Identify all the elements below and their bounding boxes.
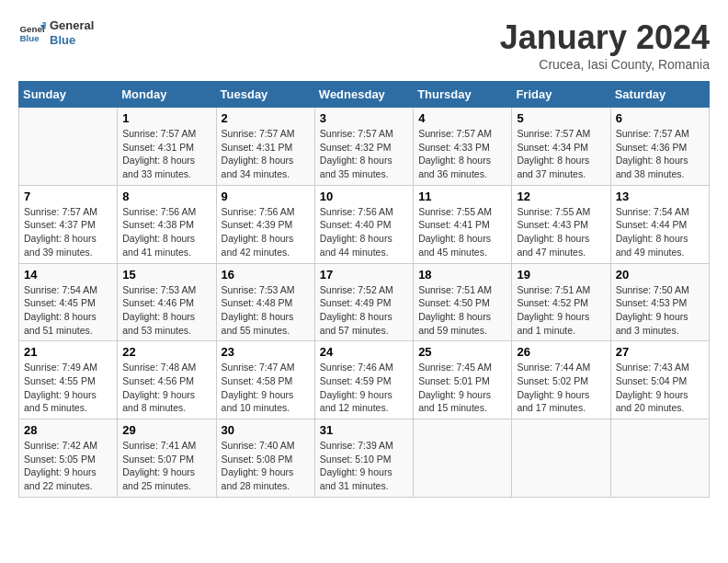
- calendar-cell: 7Sunrise: 7:57 AM Sunset: 4:37 PM Daylig…: [19, 185, 118, 263]
- calendar-cell: 18Sunrise: 7:51 AM Sunset: 4:50 PM Dayli…: [414, 263, 512, 341]
- logo-line1: General: [50, 18, 94, 33]
- calendar-cell: 16Sunrise: 7:53 AM Sunset: 4:48 PM Dayli…: [216, 263, 314, 341]
- day-info: Sunrise: 7:46 AM Sunset: 4:59 PM Dayligh…: [320, 361, 408, 415]
- day-number: 15: [122, 268, 210, 282]
- day-info: Sunrise: 7:55 AM Sunset: 4:43 PM Dayligh…: [517, 205, 605, 259]
- day-info: Sunrise: 7:57 AM Sunset: 4:37 PM Dayligh…: [24, 205, 112, 259]
- day-number: 25: [418, 345, 506, 359]
- calendar-title: January 2024: [500, 18, 710, 57]
- weekday-header: Monday: [118, 82, 216, 108]
- calendar-cell: 2Sunrise: 7:57 AM Sunset: 4:31 PM Daylig…: [216, 108, 314, 186]
- calendar-cell: 5Sunrise: 7:57 AM Sunset: 4:34 PM Daylig…: [512, 108, 610, 186]
- calendar-cell: [414, 419, 512, 498]
- logo-icon: General Blue: [18, 19, 46, 47]
- weekday-row: SundayMondayTuesdayWednesdayThursdayFrid…: [19, 82, 710, 108]
- day-info: Sunrise: 7:42 AM Sunset: 5:05 PM Dayligh…: [24, 439, 112, 493]
- day-info: Sunrise: 7:54 AM Sunset: 4:45 PM Dayligh…: [24, 283, 112, 338]
- day-info: Sunrise: 7:41 AM Sunset: 5:07 PM Dayligh…: [122, 439, 210, 493]
- day-info: Sunrise: 7:51 AM Sunset: 4:50 PM Dayligh…: [418, 283, 506, 338]
- logo: General Blue General Blue: [18, 18, 94, 47]
- day-info: Sunrise: 7:57 AM Sunset: 4:34 PM Dayligh…: [517, 127, 605, 181]
- day-info: Sunrise: 7:43 AM Sunset: 5:04 PM Dayligh…: [616, 361, 704, 415]
- calendar-cell: 12Sunrise: 7:55 AM Sunset: 4:43 PM Dayli…: [512, 185, 610, 263]
- calendar-cell: [19, 108, 118, 186]
- calendar-cell: 11Sunrise: 7:55 AM Sunset: 4:41 PM Dayli…: [414, 185, 512, 263]
- day-info: Sunrise: 7:49 AM Sunset: 4:55 PM Dayligh…: [24, 361, 112, 415]
- day-info: Sunrise: 7:56 AM Sunset: 4:39 PM Dayligh…: [222, 205, 310, 259]
- day-number: 1: [122, 111, 210, 125]
- calendar-cell: 29Sunrise: 7:41 AM Sunset: 5:07 PM Dayli…: [118, 419, 216, 498]
- weekday-header: Tuesday: [216, 82, 314, 108]
- day-number: 30: [222, 423, 310, 437]
- day-number: 17: [320, 268, 408, 282]
- calendar-cell: 6Sunrise: 7:57 AM Sunset: 4:36 PM Daylig…: [610, 108, 709, 186]
- calendar-cell: 8Sunrise: 7:56 AM Sunset: 4:38 PM Daylig…: [118, 185, 216, 263]
- day-info: Sunrise: 7:39 AM Sunset: 5:10 PM Dayligh…: [320, 439, 408, 493]
- day-info: Sunrise: 7:57 AM Sunset: 4:31 PM Dayligh…: [122, 127, 210, 181]
- calendar-week-row: 14Sunrise: 7:54 AM Sunset: 4:45 PM Dayli…: [19, 263, 710, 341]
- day-number: 12: [517, 190, 605, 203]
- day-info: Sunrise: 7:52 AM Sunset: 4:49 PM Dayligh…: [320, 283, 408, 338]
- day-number: 2: [222, 111, 310, 125]
- day-info: Sunrise: 7:53 AM Sunset: 4:46 PM Dayligh…: [122, 283, 210, 338]
- calendar-cell: 31Sunrise: 7:39 AM Sunset: 5:10 PM Dayli…: [314, 419, 413, 498]
- day-number: 10: [320, 190, 408, 203]
- calendar-cell: 4Sunrise: 7:57 AM Sunset: 4:33 PM Daylig…: [414, 108, 512, 186]
- day-info: Sunrise: 7:57 AM Sunset: 4:32 PM Dayligh…: [320, 127, 408, 181]
- day-info: Sunrise: 7:55 AM Sunset: 4:41 PM Dayligh…: [418, 205, 506, 259]
- calendar-cell: 15Sunrise: 7:53 AM Sunset: 4:46 PM Dayli…: [118, 263, 216, 341]
- weekday-header: Thursday: [414, 82, 512, 108]
- day-info: Sunrise: 7:57 AM Sunset: 4:33 PM Dayligh…: [418, 127, 506, 181]
- calendar-body: 1Sunrise: 7:57 AM Sunset: 4:31 PM Daylig…: [19, 108, 710, 498]
- day-number: 29: [122, 423, 210, 437]
- day-number: 6: [616, 111, 704, 125]
- svg-text:Blue: Blue: [20, 33, 40, 43]
- day-info: Sunrise: 7:53 AM Sunset: 4:48 PM Dayligh…: [222, 283, 310, 338]
- calendar-subtitle: Crucea, Iasi County, Romania: [500, 57, 710, 72]
- calendar-week-row: 7Sunrise: 7:57 AM Sunset: 4:37 PM Daylig…: [19, 185, 710, 263]
- calendar-cell: 30Sunrise: 7:40 AM Sunset: 5:08 PM Dayli…: [216, 419, 314, 498]
- day-info: Sunrise: 7:54 AM Sunset: 4:44 PM Dayligh…: [616, 205, 704, 259]
- day-number: 11: [418, 190, 506, 203]
- logo-line2: Blue: [50, 33, 94, 48]
- calendar-cell: 25Sunrise: 7:45 AM Sunset: 5:01 PM Dayli…: [414, 341, 512, 419]
- calendar-cell: 9Sunrise: 7:56 AM Sunset: 4:39 PM Daylig…: [216, 185, 314, 263]
- day-info: Sunrise: 7:51 AM Sunset: 4:52 PM Dayligh…: [517, 283, 605, 338]
- day-number: 20: [616, 268, 704, 282]
- calendar-table: SundayMondayTuesdayWednesdayThursdayFrid…: [18, 81, 710, 498]
- day-number: 4: [418, 111, 506, 125]
- day-info: Sunrise: 7:40 AM Sunset: 5:08 PM Dayligh…: [222, 439, 310, 493]
- day-number: 7: [24, 190, 112, 203]
- day-info: Sunrise: 7:48 AM Sunset: 4:56 PM Dayligh…: [122, 361, 210, 415]
- day-number: 3: [320, 111, 408, 125]
- calendar-cell: 26Sunrise: 7:44 AM Sunset: 5:02 PM Dayli…: [512, 341, 610, 419]
- calendar-header: SundayMondayTuesdayWednesdayThursdayFrid…: [19, 82, 710, 108]
- calendar-week-row: 21Sunrise: 7:49 AM Sunset: 4:55 PM Dayli…: [19, 341, 710, 419]
- day-number: 26: [517, 345, 605, 359]
- day-info: Sunrise: 7:57 AM Sunset: 4:36 PM Dayligh…: [616, 127, 704, 181]
- calendar-cell: 17Sunrise: 7:52 AM Sunset: 4:49 PM Dayli…: [314, 263, 413, 341]
- calendar-cell: [512, 419, 610, 498]
- day-info: Sunrise: 7:50 AM Sunset: 4:53 PM Dayligh…: [616, 283, 704, 338]
- day-number: 31: [320, 423, 408, 437]
- day-number: 28: [24, 423, 112, 437]
- calendar-cell: 19Sunrise: 7:51 AM Sunset: 4:52 PM Dayli…: [512, 263, 610, 341]
- calendar-cell: 13Sunrise: 7:54 AM Sunset: 4:44 PM Dayli…: [610, 185, 709, 263]
- day-number: 14: [24, 268, 112, 282]
- header: General Blue General Blue January 2024 C…: [18, 18, 710, 72]
- weekday-header: Saturday: [610, 82, 709, 108]
- calendar-cell: 1Sunrise: 7:57 AM Sunset: 4:31 PM Daylig…: [118, 108, 216, 186]
- day-number: 9: [222, 190, 310, 203]
- day-number: 27: [616, 345, 704, 359]
- day-info: Sunrise: 7:44 AM Sunset: 5:02 PM Dayligh…: [517, 361, 605, 415]
- calendar-week-row: 1Sunrise: 7:57 AM Sunset: 4:31 PM Daylig…: [19, 108, 710, 186]
- calendar-cell: 24Sunrise: 7:46 AM Sunset: 4:59 PM Dayli…: [314, 341, 413, 419]
- calendar-cell: [610, 419, 709, 498]
- calendar-cell: 28Sunrise: 7:42 AM Sunset: 5:05 PM Dayli…: [19, 419, 118, 498]
- calendar-cell: 21Sunrise: 7:49 AM Sunset: 4:55 PM Dayli…: [19, 341, 118, 419]
- day-number: 21: [24, 345, 112, 359]
- weekday-header: Wednesday: [314, 82, 413, 108]
- calendar-cell: 20Sunrise: 7:50 AM Sunset: 4:53 PM Dayli…: [610, 263, 709, 341]
- day-info: Sunrise: 7:45 AM Sunset: 5:01 PM Dayligh…: [418, 361, 506, 415]
- calendar-cell: 27Sunrise: 7:43 AM Sunset: 5:04 PM Dayli…: [610, 341, 709, 419]
